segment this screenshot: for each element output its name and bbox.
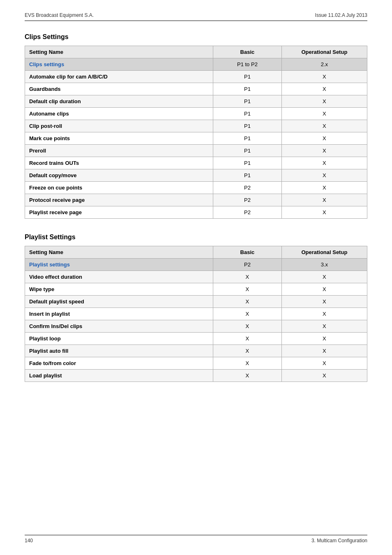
clips-row-ops: X [281,194,367,206]
table-row: Default playlist speed X X [25,296,367,308]
clips-row-ops: X [281,120,367,132]
playlist-row-ops: X [281,345,367,357]
table-row: Load playlist X X [25,370,367,382]
table-row: Default clip duration P1 X [25,95,367,108]
playlist-row-ops: X [281,308,367,320]
table-row: Playlist receive page P2 X [25,206,367,219]
clips-row-basic: P1 [213,95,282,108]
clips-row-ops: X [281,182,367,194]
table-row: Protocol receive page P2 X [25,194,367,206]
page-container: EVS Broadcast Equipment S.A. Issue 11.02… [0,0,392,555]
clips-row-name: Automake clip for cam A/B/C/D [25,71,213,83]
table-row: Record trains OUTs P1 X [25,157,367,169]
clips-row-basic: P1 [213,157,282,169]
clips-row-name: Default clip duration [25,95,213,108]
clips-row-basic: P2 [213,194,282,206]
playlist-row-basic: X [213,333,282,345]
playlist-row-ops: X [281,271,367,283]
table-row: Confirm Ins/Del clips X X [25,320,367,333]
playlist-settings-link-cell: Playlist settings [25,259,213,271]
clips-row-ops: X [281,71,367,83]
table-row: Guardbands P1 X [25,83,367,95]
clips-header-basic: P1 to P2 [213,58,282,71]
clips-col-ops-label: Operational Setup [301,49,347,55]
playlist-settings-table: Setting Name Basic Operational Setup Pla… [25,246,367,382]
playlist-row-name: Insert in playlist [25,308,213,320]
clips-row-name: Autoname clips [25,108,213,120]
table-row: Preroll P1 X [25,145,367,157]
clips-row-name: Clip post-roll [25,120,213,132]
header-left: EVS Broadcast Equipment S.A. [25,12,94,18]
playlist-settings-link[interactable]: Playlist settings [29,261,70,268]
playlist-col-ops-label: Operational Setup [301,249,347,255]
playlist-row-ops: X [281,296,367,308]
playlist-col-basic-header: Basic [213,246,282,259]
clips-row-ops: X [281,108,367,120]
table-row: Default copy/move P1 X [25,169,367,182]
playlist-row-basic: X [213,357,282,370]
clips-row-name: Playlist receive page [25,206,213,219]
playlist-col-ops-header: Operational Setup [281,246,367,259]
clips-settings-section: Clips Settings Setting Name Basic Operat… [25,33,367,219]
clips-row-name: Default copy/move [25,169,213,182]
clips-row-name: Preroll [25,145,213,157]
playlist-row-name: Confirm Ins/Del clips [25,320,213,333]
clips-row-ops: X [281,83,367,95]
clips-header-data-row: Clips settings P1 to P2 2.x [25,58,367,71]
clips-col-ops-header: Operational Setup [281,46,367,58]
clips-row-ops: X [281,132,367,145]
footer-chapter: 3. Multicam Configuration [311,538,367,543]
playlist-row-basic: X [213,271,282,283]
clips-header-ops: 2.x [281,58,367,71]
clips-settings-table: Setting Name Basic Operational Setup Cli… [25,46,367,219]
clips-row-ops: X [281,169,367,182]
clips-row-ops: X [281,157,367,169]
playlist-settings-section: Playlist Settings Setting Name Basic Ope… [25,234,367,382]
playlist-row-name: Wipe type [25,283,213,296]
clips-row-name: Guardbands [25,83,213,95]
clips-row-name: Mark cue points [25,132,213,145]
table-row: Automake clip for cam A/B/C/D P1 X [25,71,367,83]
footer-page-number: 140 [25,538,33,543]
clips-row-basic: P1 [213,169,282,182]
clips-row-name: Freeze on cue points [25,182,213,194]
playlist-section-title: Playlist Settings [25,234,367,241]
playlist-row-name: Fade to/from color [25,357,213,370]
playlist-row-basic: X [213,345,282,357]
clips-row-basic: P1 [213,83,282,95]
clips-settings-link[interactable]: Clips settings [29,61,64,67]
clips-row-basic: P1 [213,132,282,145]
playlist-row-ops: X [281,333,367,345]
clips-row-basic: P1 [213,120,282,132]
clips-row-basic: P1 [213,108,282,120]
playlist-header-basic: P2 [213,259,282,271]
playlist-row-basic: X [213,296,282,308]
clips-row-ops: X [281,95,367,108]
clips-settings-link-cell: Clips settings [25,58,213,71]
table-row: Wipe type X X [25,283,367,296]
clips-row-name: Protocol receive page [25,194,213,206]
playlist-row-basic: X [213,283,282,296]
playlist-row-basic: X [213,320,282,333]
playlist-row-ops: X [281,283,367,296]
playlist-header-data-row: Playlist settings P2 3.x [25,259,367,271]
playlist-row-ops: X [281,320,367,333]
table-row: Video effect duration X X [25,271,367,283]
playlist-table-header-row: Setting Name Basic Operational Setup [25,246,367,259]
clips-section-title: Clips Settings [25,33,367,41]
clips-row-basic: P2 [213,182,282,194]
clips-row-name: Record trains OUTs [25,157,213,169]
clips-table-header-row: Setting Name Basic Operational Setup [25,46,367,58]
header-right: Issue 11.02.A July 2013 [315,12,367,18]
playlist-row-name: Video effect duration [25,271,213,283]
table-row: Playlist auto fill X X [25,345,367,357]
table-row: Mark cue points P1 X [25,132,367,145]
playlist-row-name: Playlist loop [25,333,213,345]
table-row: Playlist loop X X [25,333,367,345]
playlist-col-name-header: Setting Name [25,246,213,259]
header-bar: EVS Broadcast Equipment S.A. Issue 11.02… [25,12,367,21]
table-row: Fade to/from color X X [25,357,367,370]
clips-col-name-header: Setting Name [25,46,213,58]
clips-row-ops: X [281,206,367,219]
table-row: Autoname clips P1 X [25,108,367,120]
